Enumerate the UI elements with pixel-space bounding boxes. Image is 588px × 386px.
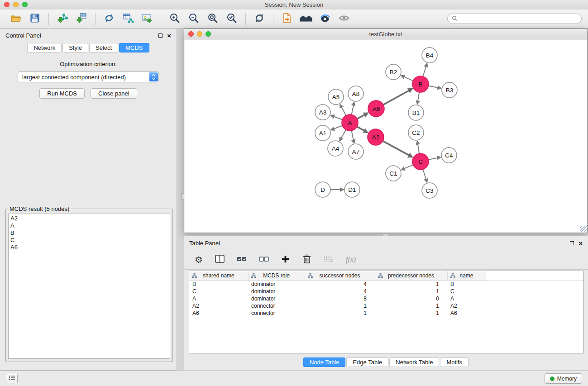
table-cell[interactable]: 8: [305, 295, 375, 302]
table-cell[interactable]: 0: [375, 295, 447, 302]
close-panel-icon[interactable]: ×: [167, 33, 171, 38]
table-row[interactable]: Bdominator41B: [189, 281, 583, 288]
graph-node-B3[interactable]: B3: [442, 82, 457, 98]
graph-node-A3[interactable]: A3: [315, 105, 330, 120]
table-cell[interactable]: A6: [447, 310, 486, 317]
mcds-result-item[interactable]: C: [10, 237, 168, 244]
minimize-network-window-button[interactable]: [197, 31, 202, 37]
graph-node-A1[interactable]: A1: [315, 125, 330, 141]
import-network-button[interactable]: [55, 11, 70, 27]
table-cell[interactable]: 1: [375, 310, 447, 317]
graph-node-A2[interactable]: A2: [368, 129, 384, 145]
column-header-successor-nodes[interactable]: successor nodes: [305, 271, 375, 281]
tab-network-table[interactable]: Network Table: [389, 357, 439, 367]
table-row[interactable]: Cdominator41C: [189, 288, 583, 295]
minimize-window-button[interactable]: [13, 2, 19, 7]
graph-edge-A-A1[interactable]: [334, 125, 342, 129]
table-cell[interactable]: dominator: [248, 295, 305, 302]
close-window-button[interactable]: [4, 2, 10, 7]
table-cell[interactable]: A2: [189, 302, 248, 310]
open-file-button[interactable]: [8, 11, 24, 27]
table-cell[interactable]: dominator: [248, 281, 305, 288]
graph-edge-A6-B[interactable]: [383, 91, 409, 105]
zoom-out-button[interactable]: [186, 11, 201, 27]
table-cell[interactable]: A2: [447, 302, 486, 310]
close-panel-button[interactable]: Close panel: [91, 88, 137, 99]
import-table-button[interactable]: [74, 11, 89, 27]
graph-edge-A-A2[interactable]: [357, 127, 364, 131]
graph-node-B[interactable]: B: [412, 76, 429, 92]
graph-node-D[interactable]: D: [315, 182, 330, 197]
table-cell[interactable]: 1: [375, 281, 447, 288]
mcds-result-item[interactable]: A: [10, 222, 168, 229]
float-table-panel-icon[interactable]: [570, 241, 574, 245]
delete-column-button[interactable]: [302, 254, 312, 265]
column-header-MCDS-role[interactable]: MCDS role: [248, 271, 305, 281]
mcds-result-item[interactable]: B: [10, 229, 168, 237]
graph-edge-C-C1[interactable]: [404, 165, 413, 169]
mcds-result-item[interactable]: A6: [10, 244, 168, 251]
refresh-view-button[interactable]: [252, 11, 267, 27]
graph-node-A7[interactable]: A7: [348, 144, 363, 159]
graph-edge-B-B1[interactable]: [418, 92, 419, 101]
graph-node-A5[interactable]: A5: [328, 89, 344, 105]
graph-node-A[interactable]: A: [342, 114, 358, 131]
graph-node-C[interactable]: C: [412, 153, 429, 170]
table-row[interactable]: A6connector11A6: [189, 310, 583, 317]
vertical-splitter-grip[interactable]: [182, 193, 184, 200]
table-cell[interactable]: dominator: [248, 288, 305, 295]
apply-style-button[interactable]: [317, 11, 333, 27]
graph-edge-A-A4[interactable]: [341, 130, 346, 138]
show-columns-button[interactable]: [215, 255, 225, 264]
column-header-shared-name[interactable]: shared name: [189, 271, 248, 281]
graph-node-A4[interactable]: A4: [328, 141, 343, 156]
graph-node-A8[interactable]: A8: [348, 86, 363, 101]
network-window-titlebar[interactable]: testGlobe.txt: [184, 29, 587, 39]
graph-edge-B-B2[interactable]: [404, 77, 413, 81]
graph-edge-C-C3[interactable]: [423, 169, 426, 179]
table-cell[interactable]: 4: [305, 281, 375, 288]
table-cell[interactable]: 1: [375, 288, 447, 295]
table-row[interactable]: Adominator80A: [189, 295, 583, 302]
graph-node-D1[interactable]: D1: [344, 182, 360, 197]
table-row[interactable]: A2connector11A2: [189, 302, 583, 310]
optimization-criterion-select[interactable]: largest connected component (directed): [18, 71, 159, 82]
table-cell[interactable]: 1: [305, 310, 375, 317]
table-network-button[interactable]: [120, 11, 136, 27]
delete-table-button[interactable]: [324, 255, 334, 264]
tab-network[interactable]: Network: [27, 43, 62, 52]
graph-edge-B-B3[interactable]: [429, 86, 438, 88]
table-cell[interactable]: A: [447, 295, 486, 302]
table-cell[interactable]: 1: [375, 302, 447, 310]
node-table[interactable]: shared nameMCDS rolesuccessor nodesprede…: [189, 271, 584, 353]
network-canvas[interactable]: AA1A2A3A4A5A6A7A8BB1B2B3B4CC1C2C3C4DD1: [185, 40, 587, 232]
graph-node-B2[interactable]: B2: [386, 64, 401, 80]
save-session-button[interactable]: [27, 11, 43, 27]
table-cell[interactable]: B: [189, 281, 248, 288]
zoom-selected-button[interactable]: [224, 11, 239, 27]
unselect-all-columns-button[interactable]: [259, 256, 269, 264]
table-cell[interactable]: connector: [248, 302, 305, 310]
table-cell[interactable]: C: [189, 288, 248, 295]
graph-node-C3[interactable]: C3: [422, 183, 437, 198]
memory-button[interactable]: Memory: [545, 373, 582, 384]
mcds-result-item[interactable]: A2: [10, 215, 168, 222]
graph-edge-A-A3[interactable]: [334, 116, 342, 119]
graph-edge-A-A7[interactable]: [352, 131, 354, 140]
show-hide-button[interactable]: [336, 11, 352, 27]
table-cell[interactable]: connector: [248, 310, 305, 317]
graph-node-A6[interactable]: A6: [368, 100, 384, 117]
table-cell[interactable]: 4: [305, 288, 375, 295]
float-panel-icon[interactable]: [158, 33, 163, 38]
close-table-panel-icon[interactable]: ×: [578, 241, 583, 245]
table-cell[interactable]: C: [447, 288, 486, 295]
task-history-button[interactable]: [6, 374, 18, 383]
column-header-predecessor-nodes[interactable]: predecessor nodes: [375, 271, 447, 281]
graph-node-C2[interactable]: C2: [408, 125, 424, 140]
graph-edge-C-C2[interactable]: [418, 144, 419, 154]
graph-edge-A-A6[interactable]: [357, 115, 365, 119]
column-header-name[interactable]: name: [447, 271, 486, 281]
graph-node-B4[interactable]: B4: [422, 48, 437, 63]
zoom-fit-button[interactable]: [205, 11, 220, 27]
create-column-button[interactable]: [281, 255, 290, 265]
